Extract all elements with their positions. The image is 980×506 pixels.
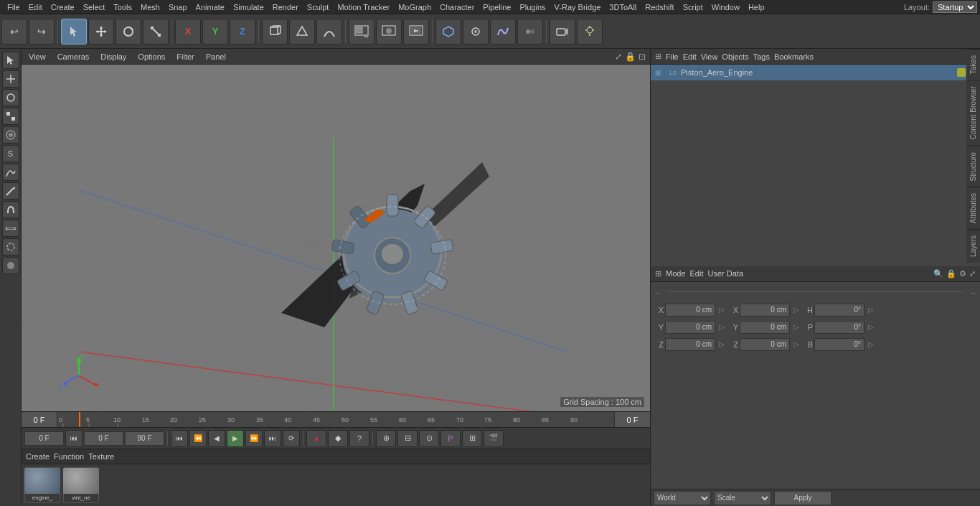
x-pos-input[interactable] <box>665 304 715 317</box>
nurbs-button[interactable] <box>490 19 516 44</box>
world-dropdown[interactable]: World <box>654 491 711 505</box>
palette-btn[interactable]: P <box>440 430 461 447</box>
y-axis-button[interactable]: Y <box>202 19 228 44</box>
vp-menu-panel[interactable]: Panel <box>203 52 229 61</box>
menu-character[interactable]: Character <box>435 0 479 14</box>
scale-tool-button[interactable] <box>143 19 169 44</box>
menu-vray[interactable]: V-Ray Bridge <box>550 0 606 14</box>
mat-menu-function[interactable]: Function <box>54 452 84 461</box>
timeline[interactable]: 0 F 0 5 10 15 20 25 3 <box>22 411 650 427</box>
left-fill-btn[interactable] <box>2 257 19 274</box>
vp-menu-view[interactable]: View <box>26 52 49 61</box>
loop-btn[interactable]: ⟳ <box>283 430 300 447</box>
timeline-track[interactable]: 0 5 10 15 20 25 30 35 40 45 50 <box>57 412 614 428</box>
start-frame-input[interactable] <box>24 431 64 446</box>
attr-menu-edit[interactable]: Edit <box>690 269 704 278</box>
objects-menu-edit[interactable]: Edit <box>683 52 697 61</box>
mat-menu-texture[interactable]: Texture <box>88 452 114 461</box>
select-tool-button[interactable] <box>61 19 87 44</box>
menu-redshift[interactable]: Redshift <box>641 0 678 14</box>
vp-menu-cameras[interactable]: Cameras <box>55 52 93 61</box>
h-input[interactable] <box>814 304 864 317</box>
objects-menu-bookmarks[interactable]: Bookmarks <box>774 52 814 61</box>
menu-simulate[interactable]: Simulate <box>229 0 268 14</box>
attr-menu-userdata[interactable]: User Data <box>708 269 744 278</box>
step-forward-btn[interactable]: ⏩ <box>245 430 263 447</box>
menu-3dtoall[interactable]: 3DToAll <box>605 0 641 14</box>
menu-mograph[interactable]: MoGraph <box>394 0 435 14</box>
material-swatch-0[interactable]: engine_ <box>24 467 60 503</box>
left-spline-btn[interactable] <box>2 164 19 181</box>
play-btn[interactable]: ▶ <box>227 430 244 447</box>
menu-motion-tracker[interactable]: Motion Tracker <box>333 0 394 14</box>
menu-snap[interactable]: Snap <box>164 0 192 14</box>
rotate-tool-button[interactable] <box>116 19 141 44</box>
objects-menu-file[interactable]: File <box>666 52 679 61</box>
left-magnet-btn[interactable] <box>2 201 19 218</box>
x-size-input[interactable] <box>740 304 790 317</box>
objects-menu-objects[interactable]: Objects <box>722 52 748 61</box>
edit-mode-button[interactable] <box>289 19 315 44</box>
vp-lock-icon[interactable]: 🔒 <box>625 52 636 62</box>
help-btn[interactable]: ? <box>349 430 369 447</box>
mat-menu-create[interactable]: Create <box>26 452 50 461</box>
render-to-picture-viewer-button[interactable] <box>403 19 429 44</box>
attr-settings-icon[interactable]: ⚙ <box>959 269 966 278</box>
redo-button[interactable]: ↪ <box>29 19 55 44</box>
object-dot-1[interactable] <box>957 68 966 77</box>
cube3d-button[interactable] <box>435 19 461 44</box>
menu-plugins[interactable]: Plugins <box>515 0 550 14</box>
snap-move-btn[interactable]: ⊕ <box>376 430 396 447</box>
attr-menu-mode[interactable]: Mode <box>666 269 686 278</box>
go-start-btn[interactable]: ⏮ <box>171 430 188 447</box>
z-axis-button[interactable]: Z <box>230 19 255 44</box>
objects-menu-view[interactable]: View <box>701 52 718 61</box>
menu-help[interactable]: Help <box>744 0 769 14</box>
left-loop-btn[interactable] <box>2 238 19 256</box>
vp-maximize-icon[interactable]: ⊡ <box>639 52 646 62</box>
render-button[interactable] <box>376 19 402 44</box>
menu-pipeline[interactable]: Pipeline <box>479 0 515 14</box>
menu-create[interactable]: Create <box>47 0 79 14</box>
vp-menu-display[interactable]: Display <box>98 52 129 61</box>
vp-menu-filter[interactable]: Filter <box>174 52 197 61</box>
left-scale-btn[interactable] <box>2 108 19 125</box>
menu-window[interactable]: Window <box>707 0 744 14</box>
left-paint-btn[interactable] <box>2 126 19 144</box>
z-pos-input[interactable] <box>665 338 715 351</box>
x-axis-button[interactable]: X <box>175 19 201 44</box>
camera-button[interactable] <box>550 19 575 44</box>
attr-search-icon[interactable]: 🔍 <box>933 269 943 278</box>
left-move-btn[interactable] <box>2 70 19 88</box>
snap-scale-btn[interactable]: ⊙ <box>419 430 439 447</box>
vtab-takes[interactable]: Takes <box>966 49 980 80</box>
render-preview-btn[interactable]: 🎬 <box>484 430 504 447</box>
right-frame-input[interactable] <box>125 431 164 446</box>
y-pos-input[interactable] <box>665 321 715 334</box>
attr-lock-icon[interactable]: 🔒 <box>946 269 956 278</box>
menu-script[interactable]: Script <box>679 0 707 14</box>
objects-menu-tags[interactable]: Tags <box>753 52 770 61</box>
keyframe-btn[interactable]: ◆ <box>328 430 348 447</box>
menu-tools[interactable]: Tools <box>109 0 136 14</box>
z-size-input[interactable] <box>740 338 790 351</box>
play-back-btn[interactable]: ◀ <box>208 430 225 447</box>
instance-button[interactable] <box>517 19 543 44</box>
vtab-attributes[interactable]: Attributes <box>966 187 980 229</box>
menu-edit[interactable]: Edit <box>24 0 47 14</box>
attr-expand-icon[interactable]: ⤢ <box>969 269 976 278</box>
menu-animate[interactable]: Animate <box>192 0 229 14</box>
scale-dropdown[interactable]: Scale <box>714 491 771 505</box>
left-rotate-btn[interactable] <box>2 89 19 106</box>
p-input[interactable] <box>814 321 864 334</box>
vtab-content-browser[interactable]: Content Browser <box>966 80 980 145</box>
vp-expand-icon[interactable]: ⤢ <box>615 52 622 62</box>
path-button[interactable] <box>316 19 342 44</box>
grid-btn[interactable]: ⊞ <box>462 430 482 447</box>
snap-rotate-btn[interactable]: ⊟ <box>397 430 418 447</box>
menu-select[interactable]: Select <box>79 0 110 14</box>
record-btn[interactable]: ● <box>306 430 326 447</box>
layout-select[interactable]: Startup <box>933 1 977 13</box>
left-texture-btn[interactable]: S <box>2 145 19 162</box>
left-mirror-btn[interactable]: ⟺ <box>2 220 19 237</box>
